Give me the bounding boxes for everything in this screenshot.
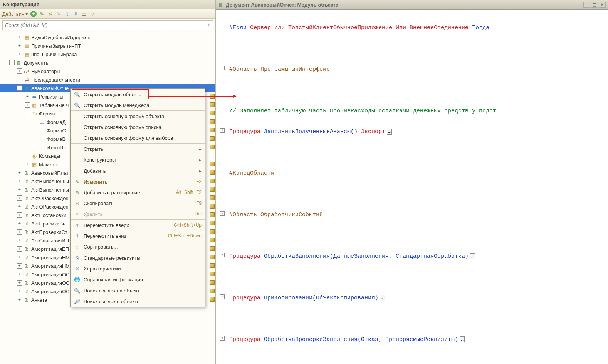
actions-menu[interactable]: Действия ▾ bbox=[2, 11, 28, 17]
menu-item-icon: ⎘ bbox=[74, 200, 81, 207]
menu-item[interactable]: Конструкторы▸ bbox=[71, 154, 205, 165]
menu-item[interactable]: 🔍Открыть модуль объекта bbox=[71, 89, 205, 100]
fold-icon[interactable]: + bbox=[220, 336, 225, 341]
edit-icon[interactable]: ✎ bbox=[39, 11, 45, 17]
menu-item[interactable]: 🌐Справочная информация bbox=[71, 274, 205, 285]
menu-item[interactable]: Открыть▸ bbox=[71, 143, 205, 154]
move-down-icon[interactable]: ⇩ bbox=[73, 11, 79, 17]
menu-item[interactable]: Добавить▸ bbox=[71, 165, 205, 176]
collapsed-icon[interactable]: … bbox=[387, 129, 392, 135]
tree-node-label: нпс_ПричиныБрака bbox=[31, 52, 77, 57]
lock-badge-icon bbox=[210, 170, 215, 175]
expand-icon[interactable]: + bbox=[17, 229, 22, 235]
minimize-icon[interactable]: – bbox=[583, 2, 590, 8]
fold-icon[interactable]: + bbox=[220, 128, 225, 133]
tree-node[interactable]: -🗎Документы bbox=[0, 58, 215, 67]
tree-node-label: Анкета bbox=[31, 297, 47, 303]
expand-icon[interactable]: + bbox=[17, 263, 22, 269]
tree-node-label: АмортизацияОС bbox=[31, 280, 69, 286]
collapse-icon[interactable]: - bbox=[17, 85, 22, 91]
window-controls: – ▢ × bbox=[583, 2, 606, 8]
expand-icon[interactable]: + bbox=[17, 280, 22, 286]
menu-item-icon: ⊕ bbox=[74, 189, 81, 196]
form-icon: ▭ bbox=[39, 119, 45, 125]
panel-title: Конфигурация bbox=[0, 0, 215, 9]
menu-item[interactable]: 🔍Поиск ссылок на объект bbox=[71, 285, 205, 296]
expand-icon[interactable]: + bbox=[25, 102, 30, 108]
collapse-icon[interactable]: - bbox=[9, 60, 15, 65]
menu-item-icon bbox=[74, 145, 81, 152]
menu-item[interactable]: 🔍Открыть модуль менеджера bbox=[71, 100, 205, 110]
expand-icon[interactable]: + bbox=[17, 238, 22, 243]
expand-icon[interactable]: + bbox=[17, 255, 22, 260]
delete-icon[interactable]: ✕ bbox=[56, 11, 62, 17]
expand-icon[interactable]: + bbox=[17, 204, 22, 209]
collapsed-icon[interactable]: … bbox=[460, 336, 465, 342]
menu-item[interactable]: ✎ИзменитьF2 bbox=[71, 176, 205, 187]
menu-item-label: Открыть модуль менеджера bbox=[84, 102, 202, 108]
collapse-icon[interactable]: - bbox=[25, 111, 30, 116]
menu-item[interactable]: Открыть основную форму объекта bbox=[71, 110, 205, 122]
menu-item-label: Открыть модуль объекта bbox=[84, 92, 202, 97]
tree-node[interactable]: +▦ВидыСудебныхИздержек bbox=[0, 33, 215, 42]
expand-icon[interactable]: + bbox=[17, 187, 22, 192]
menu-item-label: Сортировать... bbox=[84, 244, 202, 250]
copy-icon[interactable]: ⎘ bbox=[47, 11, 54, 17]
maximize-icon[interactable]: ▢ bbox=[591, 2, 598, 8]
lock-badge-icon bbox=[210, 119, 215, 124]
menu-item[interactable]: Открыть основную форму для выбора bbox=[71, 132, 205, 143]
expand-icon[interactable]: + bbox=[17, 43, 22, 48]
menu-item[interactable]: ⇩Переместить внизCtrl+Shift+Down bbox=[71, 230, 205, 241]
menu-item[interactable]: ⊕Добавить в расширениеAlt+Shift+F2 bbox=[71, 187, 205, 198]
tree-node-label: АвансовыйОтче bbox=[31, 85, 69, 91]
expand-icon[interactable]: + bbox=[17, 246, 22, 252]
add-icon[interactable]: + bbox=[30, 11, 37, 17]
search-input[interactable] bbox=[2, 20, 213, 30]
menu-item-label: Переместить вниз bbox=[84, 233, 164, 239]
tree-node[interactable]: +▦ПричиныЗакрытияПТ bbox=[0, 42, 215, 50]
menu-item[interactable]: ⇧Переместить вверхCtrl+Shift+Up bbox=[71, 219, 205, 230]
tree-node[interactable]: +▦нпс_ПричиныБрака bbox=[0, 50, 215, 58]
filter-icon[interactable]: ▿ bbox=[90, 11, 96, 17]
expand-icon[interactable]: + bbox=[17, 68, 22, 74]
expand-icon[interactable]: + bbox=[17, 272, 22, 277]
config-panel: Конфигурация Действия ▾ + ✎ ⎘ ✕ ⇧ ⇩ ☰ ▿ … bbox=[0, 0, 216, 364]
expand-icon[interactable]: + bbox=[25, 94, 30, 99]
doc-icon: 🗎 bbox=[24, 85, 30, 91]
menu-item-label: Поиск ссылок на объект bbox=[84, 288, 202, 294]
menu-item-label: Поиск ссылок в объекте bbox=[84, 299, 202, 304]
collapsed-icon[interactable]: … bbox=[380, 295, 385, 301]
expand-icon[interactable]: + bbox=[17, 212, 22, 218]
code-editor[interactable]: #Если Сервер Или ТолстыйКлиентОбычноеПри… bbox=[216, 10, 608, 364]
expand-icon[interactable]: + bbox=[17, 35, 22, 40]
expand-icon[interactable]: + bbox=[25, 162, 30, 167]
search-clear-icon[interactable]: × bbox=[208, 22, 211, 28]
fold-icon[interactable]: − bbox=[220, 66, 225, 70]
menu-item[interactable]: ↕Сортировать... bbox=[71, 241, 205, 252]
lock-badge-icon bbox=[210, 94, 215, 99]
menu-item[interactable]: Открыть основную форму списка bbox=[71, 122, 205, 132]
tree-node[interactable]: ⇄Последовательности bbox=[0, 75, 215, 84]
expand-icon[interactable]: + bbox=[17, 179, 22, 184]
expand-icon[interactable]: + bbox=[17, 221, 22, 226]
fold-icon[interactable]: + bbox=[220, 253, 225, 257]
close-icon[interactable]: × bbox=[599, 2, 606, 8]
fold-icon[interactable]: − bbox=[220, 211, 225, 216]
expand-icon[interactable]: + bbox=[17, 195, 22, 201]
menu-item[interactable]: ⎘СкопироватьF9 bbox=[71, 198, 205, 209]
menu-item[interactable]: ✕Характеристики bbox=[71, 263, 205, 274]
fold-icon[interactable]: + bbox=[220, 294, 225, 299]
tree-node-label: Формы bbox=[39, 111, 55, 117]
sort-icon[interactable]: ☰ bbox=[81, 11, 87, 17]
doc-icon: 🗎 bbox=[24, 237, 30, 244]
expand-icon[interactable]: + bbox=[17, 52, 22, 57]
expand-icon[interactable]: + bbox=[17, 289, 22, 294]
collapsed-icon[interactable]: … bbox=[470, 253, 475, 259]
search-box: × bbox=[2, 20, 213, 30]
tree-node[interactable]: +₂3⁴Нумераторы bbox=[0, 67, 215, 75]
move-up-icon[interactable]: ⇧ bbox=[64, 11, 71, 17]
menu-item[interactable]: 🔎Поиск ссылок в объекте bbox=[71, 296, 205, 307]
expand-icon[interactable]: + bbox=[17, 170, 22, 175]
menu-item[interactable]: ⎘Стандартные реквизиты bbox=[71, 252, 205, 263]
expand-icon[interactable]: + bbox=[17, 297, 22, 302]
